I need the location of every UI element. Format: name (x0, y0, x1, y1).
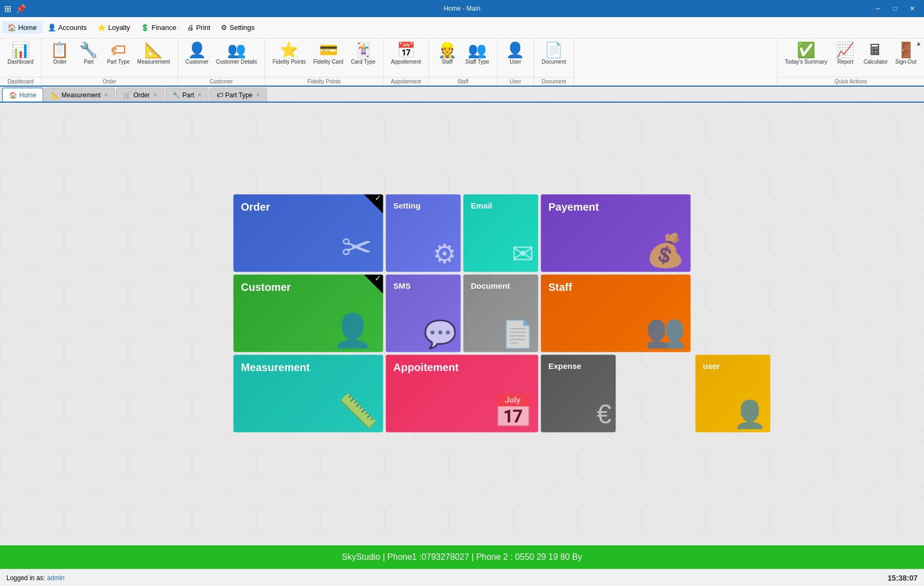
user-tile-icon: 👤 (733, 399, 766, 430)
parttype-ribbon-icon: 🏷 (111, 43, 126, 58)
document-ribbon-label: Document (542, 59, 566, 65)
finance-menu-label: Finance (151, 24, 176, 32)
calculator-ribbon-icon: 🖩 (868, 43, 883, 58)
ribbon-dashboard-button[interactable]: 📊 Dashboard (4, 41, 37, 67)
menu-finance[interactable]: 💲 Finance (135, 21, 181, 34)
order-ribbon-label: Order (53, 59, 67, 65)
parttype-tab-icon: 🏷 (217, 91, 223, 99)
print-menu-icon: 🖨 (187, 24, 194, 32)
ribbon-customer-button[interactable]: 👤 Customer (182, 41, 212, 67)
ribbon-section-staff-label: Staff (429, 77, 497, 86)
part-tab-icon: 🔧 (172, 91, 180, 99)
menu-settings[interactable]: ⚙ Settings (215, 21, 260, 34)
tab-measurement[interactable]: 📐 Measurement ✕ (44, 88, 115, 102)
ribbon-fidelitycard-button[interactable]: 💳 Fidelity Card (310, 41, 346, 67)
tile-email[interactable]: Email ✉ (464, 195, 538, 272)
home-tab-icon: 🏠 (9, 91, 17, 99)
menu-home[interactable]: 🏠 Home (2, 21, 42, 34)
tile-appoitement[interactable]: Appoitement 📅 (386, 355, 538, 433)
measurement-tile-icon: 📏 (338, 392, 378, 430)
tile-expense[interactable]: Expense € (541, 355, 616, 433)
tile-staff[interactable]: Staff 👥 (541, 275, 691, 352)
ribbon-order-button[interactable]: 📋 Order (46, 41, 74, 67)
ribbon-section-user: 👤 User User (497, 38, 534, 86)
tile-order[interactable]: Order ✂ (234, 195, 383, 272)
measurement-ribbon-label: Measurement (137, 59, 170, 65)
email-tile-label: Email (471, 201, 531, 210)
measurement-tab-close[interactable]: ✕ (104, 92, 108, 98)
ribbon-part-button[interactable]: 🔧 Part (75, 41, 103, 67)
menu-accounts[interactable]: 👤 Accounts (42, 21, 92, 34)
sms-tile-icon: 💬 (424, 319, 457, 350)
ribbon-section-document: 📄 Document Document (534, 38, 574, 86)
calculator-ribbon-label: Calculator (864, 59, 888, 65)
ribbon-cardtype-button[interactable]: 🃏 Card Type (348, 41, 379, 67)
ribbon-customerdetails-button[interactable]: 👥 Customer Details (213, 41, 260, 67)
title-bar: ⊞ 📌 Home - Main ─ □ ✕ (0, 0, 924, 17)
part-tab-close[interactable]: ✕ (197, 92, 202, 98)
menu-print[interactable]: 🖨 Print (182, 21, 216, 34)
tab-parttype[interactable]: 🏷 Part Type ✕ (210, 88, 267, 102)
signout-ribbon-icon: 🚪 (897, 43, 915, 58)
ribbon-section-user-label: User (497, 77, 534, 86)
customer-ribbon-label: Customer (186, 59, 209, 65)
ribbon-staff-button[interactable]: 👷 Staff (433, 41, 461, 67)
maximize-button[interactable]: □ (888, 1, 903, 16)
ribbon: 📊 Dashboard Dashboard 📋 Order 🔧 Part 🏷 P… (0, 38, 924, 87)
customer-tile-label: Customer (241, 281, 376, 294)
pin-icon[interactable]: 📌 (16, 4, 26, 14)
ribbon-appoitement-button[interactable]: 📅 Appoitement (388, 41, 424, 67)
loyalty-menu-label: Loyalty (108, 24, 130, 32)
document-ribbon-icon: 📄 (544, 43, 563, 58)
tile-payement[interactable]: Payement 💰 (541, 195, 691, 272)
ribbon-measurement-button[interactable]: 📐 Measurement (134, 41, 173, 67)
parttype-tab-close[interactable]: ✕ (256, 92, 260, 98)
fidelitycard-ribbon-label: Fidelity Card (313, 59, 343, 65)
expense-user-container: Expense € user 👤 (541, 355, 691, 433)
payement-tile-label: Payement (549, 201, 683, 213)
order-tab-close[interactable]: ✕ (153, 92, 157, 98)
tile-user[interactable]: user 👤 (696, 355, 771, 433)
accounts-menu-label: Accounts (58, 24, 87, 32)
minimize-button[interactable]: ─ (871, 1, 886, 16)
tabs-bar: 🏠 Home 📐 Measurement ✕ 🛒 Order ✕ 🔧 Part … (0, 87, 924, 103)
settings-menu-icon: ⚙ (221, 24, 227, 32)
staff-tile-icon: 👥 (645, 312, 686, 350)
footer-user-info: Logged in as: admin (6, 574, 65, 582)
ribbon-calculator-button[interactable]: 🖩 Calculator (860, 41, 891, 67)
ribbon-fidelitypoints-button[interactable]: ⭐ Fidelity Points (270, 41, 309, 67)
tile-document[interactable]: Document 📄 (464, 275, 538, 352)
tab-part[interactable]: 🔧 Part ✕ (165, 88, 209, 102)
tile-customer[interactable]: Customer 👤 (234, 275, 383, 352)
parttype-ribbon-label: Part Type (107, 59, 130, 65)
signout-ribbon-label: Sign-Out (895, 59, 916, 65)
measurement-tile-label: Measurement (241, 361, 376, 374)
ribbon-section-customer-label: Customer (178, 77, 265, 86)
ribbon-todaysummary-button[interactable]: ✅ Today's Summary (782, 41, 830, 67)
tab-home[interactable]: 🏠 Home (2, 88, 43, 102)
tiles-grid: Order ✂ Setting ⚙ Email ✉ Payement 💰 C (234, 195, 691, 433)
tile-sms[interactable]: SMS 💬 (386, 275, 461, 352)
ribbon-parttype-button[interactable]: 🏷 Part Type (104, 41, 133, 67)
staff-ribbon-label: Staff (442, 59, 452, 65)
ribbon-user-button[interactable]: 👤 User (502, 41, 529, 67)
loyalty-menu-icon: ⭐ (97, 24, 106, 32)
ribbon-section-staff: 👷 Staff 👥 Staff Type Staff (429, 38, 497, 86)
ribbon-stafftype-button[interactable]: 👥 Staff Type (462, 41, 492, 67)
window-title: Home - Main (444, 5, 481, 12)
main-content: Order ✂ Setting ⚙ Email ✉ Payement 💰 C (0, 103, 924, 545)
order-tile-icon: ✂ (341, 226, 373, 269)
close-button[interactable]: ✕ (905, 1, 920, 16)
tile-measurement[interactable]: Measurement 📏 (234, 355, 383, 433)
ribbon-document-button[interactable]: 📄 Document (538, 41, 569, 67)
username-link[interactable]: admin (47, 574, 65, 582)
ribbon-report-button[interactable]: 📈 Report (831, 41, 859, 67)
order-tab-icon: 🛒 (123, 91, 131, 99)
cardtype-ribbon-icon: 🃏 (354, 43, 373, 58)
user-ribbon-icon: 👤 (506, 43, 525, 58)
tile-setting[interactable]: Setting ⚙ (386, 195, 461, 272)
ribbon-collapse-button[interactable]: ▲ (915, 40, 922, 47)
menu-loyalty[interactable]: ⭐ Loyalty (92, 21, 135, 34)
footer: Logged in as: admin 15:38:07 (0, 569, 924, 586)
tab-order[interactable]: 🛒 Order ✕ (116, 88, 164, 102)
